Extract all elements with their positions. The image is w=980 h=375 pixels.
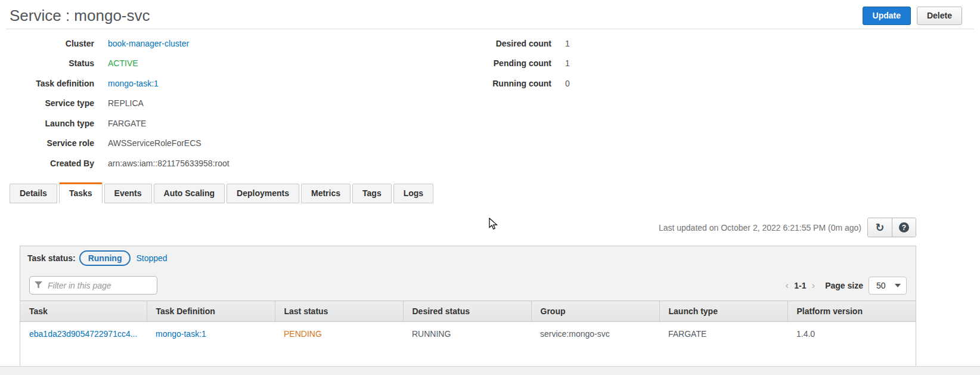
tasks-table: Task Task Definition Last status Desired…: [20, 300, 916, 346]
pending-count-value: 1: [565, 58, 570, 68]
chevron-down-icon: [895, 284, 901, 287]
page-size-select[interactable]: 50: [869, 277, 907, 295]
filter-input[interactable]: [29, 276, 157, 295]
task-status-row: Task status: Running Stopped: [20, 246, 916, 270]
detail-row-service-role: Service role AWSServiceRoleForECS: [0, 134, 462, 154]
chevron-left-icon[interactable]: ‹: [786, 280, 789, 290]
service-role-value: AWSServiceRoleForECS: [108, 138, 201, 148]
service-details: Cluster book-manager-cluster Status ACTI…: [0, 33, 980, 173]
task-definition-link[interactable]: mongo-task:1: [108, 79, 159, 88]
panel-action-buttons: ↻ ?: [867, 218, 916, 237]
task-definition-label: Task definition: [0, 79, 94, 88]
detail-row-cluster: Cluster book-manager-cluster: [0, 33, 462, 54]
launch-type-cell: FARGATE: [659, 322, 787, 346]
running-count-label: Running count: [462, 79, 551, 88]
page-title: Service : mongo-svc: [10, 7, 863, 25]
running-count-value: 0: [565, 79, 570, 88]
table-header-row: Task Task Definition Last status Desired…: [20, 301, 916, 322]
table-row: eba1da23d9054722971cc4... mongo-task:1 P…: [20, 322, 916, 346]
task-definition-cell-link[interactable]: mongo-task:1: [156, 329, 206, 339]
filter-funnel-icon: [35, 281, 42, 289]
filter-wrap: [29, 276, 157, 295]
refresh-button[interactable]: ↻: [868, 218, 892, 237]
status-label: Status: [0, 58, 94, 68]
page-size-value: 50: [876, 281, 886, 290]
platform-version-cell: 1.4.0: [787, 322, 916, 346]
column-header-task-definition: Task Definition: [147, 301, 275, 322]
column-header-launch-type: Launch type: [659, 301, 787, 322]
column-header-task: Task: [20, 301, 147, 322]
detail-row-pending-count: Pending count 1: [462, 54, 712, 74]
column-header-platform-version: Platform version: [787, 301, 916, 322]
task-id-link[interactable]: eba1da23d9054722971cc4...: [29, 329, 137, 339]
service-role-label: Service role: [0, 138, 94, 148]
launch-type-label: Launch type: [0, 119, 94, 128]
title-divider: [6, 29, 974, 29]
service-type-label: Service type: [0, 98, 94, 108]
pagination: ‹ 1-1 › Page size 50: [786, 277, 907, 295]
update-button[interactable]: Update: [863, 7, 911, 25]
detail-row-desired-count: Desired count 1: [462, 33, 712, 54]
task-status-running-filter[interactable]: Running: [79, 250, 131, 266]
cluster-link[interactable]: book-manager-cluster: [108, 39, 189, 48]
details-left-column: Cluster book-manager-cluster Status ACTI…: [0, 33, 462, 173]
column-header-desired-status: Desired status: [403, 301, 531, 322]
tab-metrics[interactable]: Metrics: [301, 184, 351, 203]
tab-tags[interactable]: Tags: [352, 184, 392, 203]
mouse-pointer-icon: [489, 218, 498, 230]
group-cell: service:mongo-svc: [531, 322, 659, 346]
service-type-value: REPLICA: [108, 98, 144, 108]
pending-count-label: Pending count: [462, 58, 551, 68]
detail-row-launch-type: Launch type FARGATE: [0, 113, 462, 134]
tasks-panel: Task status: Running Stopped ‹ 1-1 › Pag…: [20, 246, 916, 366]
page-header: Service : mongo-svc Update Delete: [0, 0, 980, 29]
cluster-label: Cluster: [0, 39, 94, 48]
detail-row-running-count: Running count 0: [462, 73, 712, 94]
desired-count-label: Desired count: [462, 39, 551, 48]
desired-status-cell: RUNNING: [403, 322, 531, 346]
detail-row-status: Status ACTIVE: [0, 54, 462, 74]
tab-bar: Details Tasks Events Auto Scaling Deploy…: [10, 182, 433, 203]
refresh-icon: ↻: [875, 222, 884, 233]
delete-button[interactable]: Delete: [917, 7, 962, 25]
last-updated-row: Last updated on October 2, 2022 6:21:55 …: [659, 218, 916, 237]
tab-auto-scaling[interactable]: Auto Scaling: [154, 184, 225, 203]
detail-row-created-by: Created By arn:aws:iam::821175633958:roo…: [0, 153, 462, 173]
tab-events[interactable]: Events: [104, 184, 152, 203]
detail-row-service-type: Service type REPLICA: [0, 94, 462, 114]
task-status-label: Task status:: [27, 253, 76, 263]
tab-tasks[interactable]: Tasks: [59, 182, 103, 203]
tab-details[interactable]: Details: [10, 184, 57, 203]
footer-strip: [0, 366, 980, 375]
details-right-column: Desired count 1 Pending count 1 Running …: [462, 33, 712, 173]
tab-deployments[interactable]: Deployments: [227, 184, 299, 203]
chevron-right-icon[interactable]: ›: [812, 280, 815, 290]
created-by-value: arn:aws:iam::821175633958:root: [108, 159, 230, 168]
page-size-label: Page size: [825, 281, 863, 290]
column-header-last-status: Last status: [275, 301, 403, 322]
detail-row-task-definition: Task definition mongo-task:1: [0, 73, 462, 94]
created-by-label: Created By: [0, 159, 94, 168]
help-button[interactable]: ?: [892, 218, 916, 237]
header-buttons: Update Delete: [863, 7, 962, 25]
launch-type-value: FARGATE: [108, 119, 146, 128]
last-updated-text: Last updated on October 2, 2022 6:21:55 …: [659, 223, 861, 233]
tab-logs[interactable]: Logs: [393, 184, 433, 203]
page-range: 1-1: [794, 281, 806, 290]
help-icon: ?: [899, 222, 909, 233]
filter-row: ‹ 1-1 › Page size 50: [20, 270, 916, 300]
last-status-cell: PENDING: [275, 322, 403, 346]
status-value: ACTIVE: [108, 58, 138, 68]
desired-count-value: 1: [565, 39, 570, 48]
task-status-stopped-filter[interactable]: Stopped: [136, 253, 167, 263]
column-header-group: Group: [531, 301, 659, 322]
